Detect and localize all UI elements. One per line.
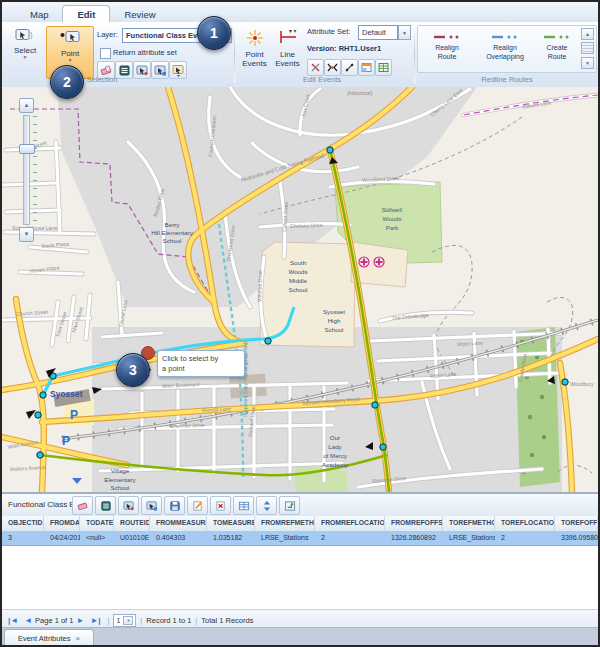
- column-header[interactable]: FROMMEASURE: [150, 516, 207, 531]
- column-header[interactable]: TOREFLOCATION: [495, 516, 555, 531]
- event-attributes-panel: Functional Class Event: [2, 492, 598, 630]
- line-events-label-2: Events: [275, 59, 299, 68]
- scroll-down-icon[interactable]: ▼: [581, 57, 594, 69]
- table-header-row[interactable]: OBJECTID FROMDATE TODATE ROUTEID FROMMEA…: [2, 516, 598, 532]
- attribute-set-dropdown-button[interactable]: ▼: [398, 25, 411, 40]
- map-label: Stillwell: [382, 206, 403, 213]
- map-view[interactable]: Fox Court Cherry Lane East Foxhunt Cresc…: [2, 87, 598, 492]
- column-header[interactable]: FROMREFOFFSET: [385, 516, 443, 531]
- panel-sort-button[interactable]: [256, 496, 277, 515]
- column-header[interactable]: ROUTEID: [114, 516, 150, 531]
- table-row[interactable]: 3 04/24/2014 <null> U01010E 0.404303 1.0…: [2, 531, 598, 546]
- pager-separator: |: [140, 616, 142, 625]
- tab-edit[interactable]: Edit: [62, 5, 110, 23]
- panel-edit-button[interactable]: [187, 496, 208, 515]
- point-events-icon: [244, 27, 266, 49]
- total-records-label: Total 1 Records: [201, 616, 253, 625]
- redline-scrollbar[interactable]: ▲ ▼: [581, 28, 594, 70]
- point-events-button[interactable]: Point Events: [239, 25, 270, 77]
- map-label: Woods: [382, 215, 401, 222]
- eraser-icon: [77, 500, 89, 512]
- map-canvas[interactable]: Fox Court Cherry Lane East Foxhunt Cresc…: [2, 87, 598, 492]
- chevron-down-icon: ▼: [402, 30, 407, 36]
- attribute-set-combobox[interactable]: Default: [358, 25, 398, 40]
- cell-objectid: 3: [2, 531, 44, 545]
- previous-page-button[interactable]: ◄: [24, 616, 32, 625]
- attribute-window-button[interactable]: [358, 59, 375, 76]
- realign-overlapping-icon: [491, 33, 519, 41]
- panel-open-form-button[interactable]: [279, 496, 300, 515]
- callout-3: 3: [116, 353, 150, 387]
- event-attributes-tab[interactable]: Event Attributes ×: [4, 629, 94, 646]
- realign-route-label-1: Realign: [435, 44, 459, 51]
- first-page-button[interactable]: |◄: [8, 616, 18, 625]
- realign-route-button[interactable]: Realign Route: [422, 28, 472, 70]
- zoom-out-button[interactable]: ▼: [19, 227, 34, 242]
- return-attribute-set-label: Return attribute set: [113, 48, 177, 57]
- map-label: South: [290, 259, 307, 266]
- column-header[interactable]: FROMREFLOCATION: [315, 516, 385, 531]
- scroll-thumb[interactable]: [581, 42, 594, 54]
- selection-options-button[interactable]: [169, 61, 187, 79]
- create-route-button[interactable]: Create Route: [536, 28, 578, 70]
- zoom-slider-track[interactable]: [23, 115, 30, 225]
- cell-fromreflocation: 2: [315, 531, 385, 545]
- map-label: Sherman Drive: [170, 422, 205, 429]
- line-events-button[interactable]: Line Events: [272, 25, 303, 77]
- cell-fromrefoffset: 1326.2860892: [385, 531, 443, 545]
- column-header[interactable]: TODATE: [80, 516, 114, 531]
- zoom-in-button[interactable]: ▲: [19, 98, 34, 113]
- map-label: Village: [111, 467, 130, 474]
- page-number-select[interactable]: 1 ▼: [113, 614, 136, 627]
- tab-map[interactable]: Map: [16, 6, 62, 22]
- column-header[interactable]: TOREFMETHOD: [443, 516, 495, 531]
- split-event-button[interactable]: [341, 59, 358, 76]
- cell-fromdate: 04/24/2014: [44, 531, 80, 545]
- zoom-slider-ticks: [33, 116, 37, 224]
- return-attribute-set-checkbox[interactable]: [100, 48, 111, 59]
- syosset-city-label: Syosset: [50, 389, 83, 399]
- edit-events-group-label: Edit Events: [257, 75, 387, 84]
- remove-event-button[interactable]: [307, 59, 324, 76]
- next-page-button[interactable]: ►: [76, 616, 84, 625]
- column-header[interactable]: TOMEASURE: [207, 516, 255, 531]
- map-zoom-slider[interactable]: ▲ ▼: [19, 98, 34, 242]
- select-line-icon: [146, 500, 158, 512]
- map-label: School: [325, 326, 344, 333]
- map-label: Park: [386, 224, 400, 231]
- select-button[interactable]: } Select ▼: [6, 28, 44, 74]
- scroll-up-icon[interactable]: ▲: [581, 28, 594, 40]
- realign-route-label-2: Route: [438, 53, 457, 60]
- column-header[interactable]: FROMREFMETHOD: [255, 516, 315, 531]
- svg-text:}: }: [30, 30, 33, 39]
- tooltip-line-1: Click to select by: [162, 354, 218, 363]
- cell-fromrefmethod: LRSE_Stations: [255, 531, 315, 545]
- panel-table-button[interactable]: [233, 496, 254, 515]
- close-icon[interactable]: ×: [75, 634, 80, 643]
- panel-select-point-button[interactable]: [118, 496, 139, 515]
- map-label: School: [163, 237, 182, 244]
- point-dropdown-caret[interactable]: ▼: [68, 58, 73, 62]
- panel-clear-selection-button[interactable]: [72, 496, 93, 515]
- zoom-slider-handle[interactable]: [19, 144, 35, 154]
- tab-review[interactable]: Review: [110, 6, 169, 22]
- panel-select-line-button[interactable]: [141, 496, 162, 515]
- merge-events-button[interactable]: [324, 59, 341, 76]
- map-label: School: [289, 286, 308, 293]
- page-number-value: 1: [116, 617, 120, 624]
- realign-overlapping-button[interactable]: Realign Overlapping: [476, 28, 534, 70]
- panel-list-button[interactable]: [95, 496, 116, 515]
- last-page-button[interactable]: ►|: [90, 616, 100, 625]
- edit-icon: [192, 500, 204, 512]
- selection-options-icon: [172, 64, 185, 77]
- panel-save-button[interactable]: [164, 496, 185, 515]
- select-dropdown-caret[interactable]: ▼: [23, 55, 28, 59]
- panel-delete-button[interactable]: [210, 496, 231, 515]
- map-label: Woods: [288, 268, 307, 275]
- column-header[interactable]: FROMDATE: [44, 516, 80, 531]
- column-header[interactable]: OBJECTID: [2, 516, 44, 531]
- events-table-button[interactable]: [375, 59, 392, 76]
- column-header[interactable]: TOREFOFFSET: [555, 516, 598, 531]
- cell-frommeasure: 0.404303: [150, 531, 207, 545]
- cell-torefmethod: LRSE_Stations: [443, 531, 495, 545]
